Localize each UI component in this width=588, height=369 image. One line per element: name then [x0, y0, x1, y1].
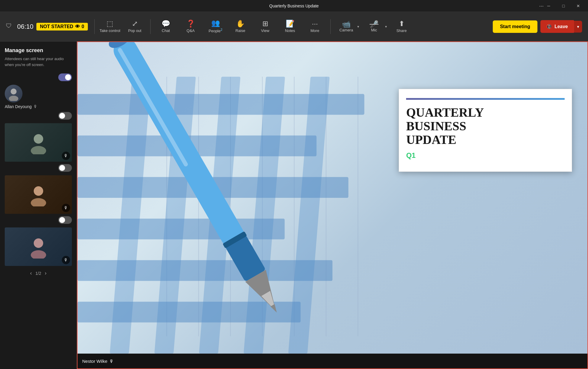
- chat-label: Chat: [162, 28, 170, 33]
- take-control-icon: ⬚: [106, 20, 113, 27]
- leave-button-group: 📵 Leave ▾: [540, 20, 582, 33]
- camera-label: Camera: [339, 28, 353, 32]
- sidebar-title: Manage screen: [5, 47, 72, 54]
- more-icon: ···: [312, 20, 318, 27]
- presentation-card: QUARTERLYBUSINESSUPDATE Q1: [399, 89, 572, 172]
- take-control-label: Take control: [100, 28, 120, 33]
- minimize-button[interactable]: ─: [542, 1, 555, 11]
- sidebar-subtitle: Attendees can still hear your audio when…: [5, 56, 72, 68]
- close-button[interactable]: ✕: [571, 1, 585, 11]
- video2-toggle[interactable]: [58, 164, 72, 172]
- svg-point-4: [34, 186, 43, 196]
- leave-chevron-icon: ▾: [577, 24, 579, 29]
- pagination: ‹ 1/2 ›: [5, 270, 72, 276]
- svg-point-6: [34, 238, 43, 248]
- pagination-label: 1/2: [35, 271, 41, 276]
- card-title: QUARTERLYBUSINESSUPDATE: [406, 106, 565, 147]
- not-started-badge: NOT STARTED 👁 0: [36, 23, 88, 31]
- presentation-view: QUARTERLYBUSINESSUPDATE Q1: [77, 42, 587, 354]
- raise-icon: ✋: [236, 20, 245, 27]
- share-label: Share: [396, 28, 407, 33]
- video2-toggle-row: [5, 164, 72, 172]
- toggle-knob-3: [59, 165, 65, 171]
- toolbar-status: 🛡 06:10 NOT STARTED 👁 0: [6, 23, 88, 31]
- video-section-3: 🎙: [5, 216, 72, 267]
- camera-icon: 📹: [342, 21, 351, 28]
- toolbar-divider-3: [330, 19, 331, 34]
- leave-button[interactable]: 📵 Leave: [540, 20, 574, 33]
- notes-icon: 📝: [286, 20, 295, 27]
- presentation-background: QUARTERLYBUSINESSUPDATE Q1: [77, 42, 587, 354]
- sidebar: Manage screen Attendees can still hear y…: [0, 41, 77, 369]
- view-count: 0: [82, 24, 84, 29]
- maximize-button[interactable]: □: [557, 1, 570, 11]
- more-label: More: [311, 28, 319, 33]
- video-thumb-1: 🎙: [5, 123, 72, 162]
- person-svg-1: [27, 131, 50, 154]
- main-area: Manage screen Attendees can still hear y…: [0, 41, 588, 369]
- svg-rect-31: [117, 47, 188, 167]
- allan-toggle[interactable]: [58, 73, 72, 81]
- start-meeting-button[interactable]: Start meeting: [493, 20, 537, 33]
- take-control-button[interactable]: ⬚ Take control: [98, 15, 122, 38]
- presenter-bar: Nestor Wilke 🎙: [77, 354, 587, 368]
- camera-dropdown-icon[interactable]: ▾: [357, 25, 359, 29]
- eye-icon: 👁: [75, 24, 80, 29]
- leave-dropdown-button[interactable]: ▾: [574, 21, 582, 33]
- video3-toggle-row: [5, 216, 72, 224]
- raise-button[interactable]: ✋ Raise: [229, 15, 252, 38]
- allan-toggle-row: [5, 73, 72, 81]
- toolbar-divider-2: [150, 19, 151, 34]
- presenter-info: Nestor Wilke 🎙: [82, 359, 114, 364]
- qa-icon: ❓: [186, 20, 195, 27]
- people-label: People2: [209, 28, 222, 33]
- shield-icon: 🛡: [6, 23, 14, 31]
- leave-label: Leave: [555, 24, 568, 29]
- toolbar: 🛡 06:10 NOT STARTED 👁 0 ⬚ Take control ⤢…: [0, 12, 588, 41]
- more-button[interactable]: ··· More: [303, 15, 327, 38]
- view-label: View: [261, 28, 269, 33]
- chat-icon: 💬: [161, 20, 170, 27]
- qa-button[interactable]: ❓ Q&A: [179, 15, 203, 38]
- share-icon: ⬆: [399, 20, 405, 27]
- pop-out-button[interactable]: ⤢ Pop out: [123, 15, 147, 38]
- video1-toggle[interactable]: [58, 112, 72, 120]
- presenter-mic-icon: 🎙: [109, 359, 114, 364]
- toggle-knob-4: [59, 217, 65, 223]
- toggle-knob: [65, 74, 71, 80]
- not-started-label: NOT STARTED: [40, 24, 73, 29]
- presenter-name: Nestor Wilke: [82, 359, 107, 364]
- title-bar: Quarterly Business Update ··· ─ □ ✕: [0, 0, 588, 12]
- allan-avatar: [5, 85, 22, 102]
- mic-button[interactable]: 🎤 Mic ▾: [362, 15, 389, 38]
- people-icon: 👥: [211, 20, 220, 27]
- presentation-area: QUARTERLYBUSINESSUPDATE Q1 Nestor Wilke …: [77, 41, 588, 369]
- avatar-image: [5, 85, 22, 102]
- pagination-next[interactable]: ›: [45, 270, 46, 276]
- card-subtitle: Q1: [406, 151, 565, 160]
- view-button[interactable]: ⊞ View: [253, 15, 277, 38]
- svg-rect-27: [109, 42, 249, 252]
- pop-out-icon: ⤢: [132, 20, 138, 27]
- video-mic-icon-3: 🎙: [62, 256, 70, 264]
- view-icon: ⊞: [262, 20, 268, 27]
- pagination-prev[interactable]: ‹: [30, 270, 32, 276]
- people-button[interactable]: 👥 People2: [204, 15, 227, 38]
- chat-button[interactable]: 💬 Chat: [154, 15, 178, 38]
- mic-muted-icon-1: 🎙: [33, 104, 38, 109]
- notes-button[interactable]: 📝 Notes: [278, 15, 302, 38]
- camera-button[interactable]: 📹 Camera ▾: [334, 15, 361, 38]
- mic-icon: 🎤: [370, 21, 379, 28]
- video-thumb-3: 🎙: [5, 227, 72, 266]
- window-title: Quarterly Business Update: [269, 4, 319, 8]
- video3-toggle[interactable]: [58, 216, 72, 224]
- svg-point-0: [11, 89, 17, 94]
- svg-point-1: [9, 96, 18, 101]
- raise-label: Raise: [235, 28, 245, 33]
- video-thumb-2: 🎙: [5, 175, 72, 214]
- share-button[interactable]: ⬆ Share: [390, 15, 413, 38]
- svg-point-2: [34, 134, 43, 144]
- mic-dropdown-icon[interactable]: ▾: [385, 25, 387, 29]
- mic-label: Mic: [371, 28, 377, 32]
- video-mic-icon-2: 🎙: [62, 204, 70, 212]
